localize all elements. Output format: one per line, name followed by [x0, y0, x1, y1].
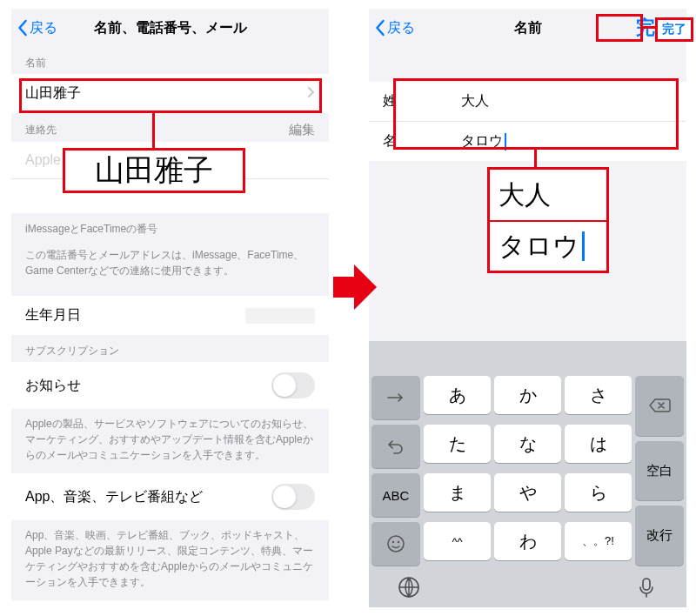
key-space[interactable]: 空白: [635, 441, 684, 501]
header: 戻る 名前、電話番号、メール: [11, 9, 329, 47]
key-next-candidate[interactable]: [371, 376, 420, 419]
delete-icon: [648, 398, 671, 413]
header: 戻る 名前 完了: [369, 9, 686, 47]
key-na[interactable]: な: [494, 425, 561, 463]
apps-toggle[interactable]: [271, 484, 315, 510]
chevron-left-icon: [17, 19, 28, 37]
birthday-label: 生年月日: [25, 306, 81, 325]
svg-point-1: [392, 541, 394, 543]
contact-row-2[interactable]: [11, 178, 329, 213]
firstname-label: 名: [383, 132, 461, 151]
apps-desc: App、音楽、映画、テレビ番組、ブック、ポッドキャスト、Apple Payなどの…: [11, 520, 329, 600]
birthday-row[interactable]: 生年月日: [11, 296, 329, 335]
suggestion-bar[interactable]: [371, 345, 684, 376]
name-value: 山田雅子: [25, 84, 81, 103]
key-undo[interactable]: [371, 425, 420, 468]
chevron-left-icon: [374, 19, 385, 37]
back-label: 戻る: [387, 19, 415, 37]
apple-label: Apple: [25, 152, 61, 168]
section-label-contact: 連絡先 編集: [11, 113, 329, 142]
undo-icon: [387, 439, 405, 454]
key-a[interactable]: あ: [424, 376, 491, 414]
svg-rect-4: [643, 579, 650, 590]
key-ma[interactable]: ま: [424, 473, 491, 512]
key-abc[interactable]: ABC: [371, 473, 420, 517]
name-edit-screen: 戻る 名前 完了 姓 大人 名 タロウ ABC あ か: [369, 9, 686, 607]
surname-value: 大人: [461, 92, 673, 110]
key-emoji[interactable]: [371, 522, 420, 566]
key-enter[interactable]: 改行: [635, 506, 684, 566]
notify-desc: Appleの製品、サービスやソフトウェアについてのお知らせ、マーケティング、おす…: [11, 409, 329, 473]
key-ha[interactable]: は: [565, 425, 632, 463]
surname-row[interactable]: 姓 大人: [369, 82, 686, 121]
keyboard: ABC あ か さ た な は ま や ら: [369, 341, 686, 607]
chevron-right-icon: [307, 86, 315, 102]
text-caret: [505, 133, 506, 151]
firstname-row[interactable]: 名 タロウ: [369, 121, 686, 161]
section-label-name: 名前: [11, 47, 329, 74]
settings-screen: 戻る 名前、電話番号、メール 名前 山田雅子 連絡先 編集 Apple iMes…: [11, 9, 329, 607]
firstname-value: タロウ: [461, 132, 673, 151]
back-label: 戻る: [30, 19, 57, 37]
key-ka[interactable]: か: [494, 376, 561, 414]
back-button[interactable]: 戻る: [374, 19, 415, 37]
apps-label: App、音楽、テレビ番組など: [25, 488, 203, 506]
key-punct[interactable]: 、。?!: [565, 522, 632, 560]
birthday-value-blur: [245, 308, 315, 324]
key-ya[interactable]: や: [494, 473, 561, 512]
edit-button[interactable]: 編集: [289, 122, 315, 138]
apps-row: App、音楽、テレビ番組など: [11, 473, 329, 520]
section-label-subs: サブスクリプション: [11, 335, 329, 362]
arrow-right-icon: [386, 392, 405, 404]
name-row[interactable]: 山田雅子: [11, 74, 329, 113]
emoji-icon: [386, 534, 405, 553]
globe-icon[interactable]: [398, 576, 420, 599]
svg-point-2: [398, 541, 399, 543]
svg-point-0: [388, 536, 404, 552]
section-label-imsg: iMessageとFaceTimeの番号: [11, 213, 329, 240]
data-management-link[interactable]: 個人データの管理方法について確認...: [11, 600, 329, 607]
firstname-text: タロウ: [461, 133, 503, 148]
page-title: 名前、電話番号、メール: [11, 19, 329, 37]
notify-toggle[interactable]: [271, 372, 315, 398]
mic-icon[interactable]: [635, 576, 658, 599]
apple-contact-row[interactable]: Apple: [11, 142, 329, 178]
keyboard-bottom-bar: [371, 571, 684, 607]
key-ta[interactable]: た: [424, 425, 491, 463]
key-delete[interactable]: [635, 376, 684, 436]
back-button[interactable]: 戻る: [17, 19, 57, 37]
notify-row: お知らせ: [11, 362, 329, 409]
key-wa[interactable]: わ: [494, 522, 561, 560]
surname-label: 姓: [383, 92, 461, 110]
contact-label: 連絡先: [25, 123, 57, 137]
notify-label: お知らせ: [25, 377, 81, 395]
done-button[interactable]: 完了: [636, 15, 674, 41]
imsg-desc: この電話番号とメールアドレスは、iMessage、FaceTime、Game C…: [11, 240, 329, 289]
key-kao[interactable]: ^^: [424, 522, 491, 560]
key-ra[interactable]: ら: [565, 473, 632, 512]
key-sa[interactable]: さ: [565, 376, 632, 414]
